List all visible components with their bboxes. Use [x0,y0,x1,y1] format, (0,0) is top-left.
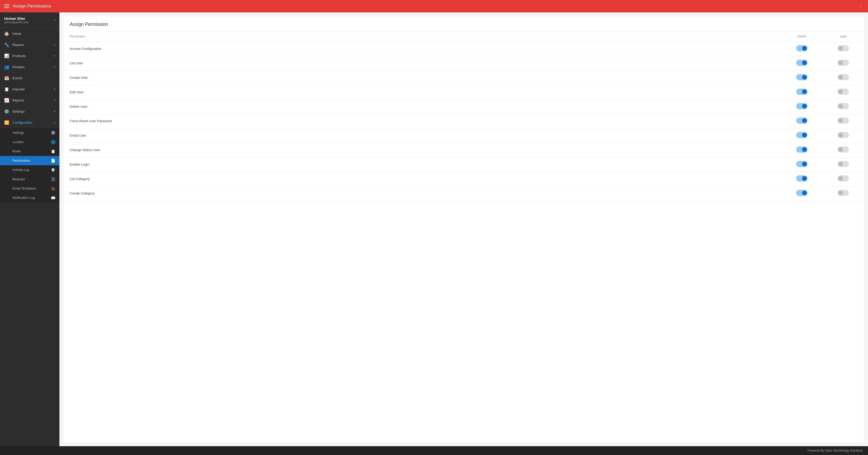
more-options-icon[interactable]: ⋮ [858,3,864,9]
configuration-icon: 🔀 [4,120,9,125]
admin-toggle-cell [781,143,823,157]
header-title: Assign Permissions [13,4,51,9]
permission-name: Change Status User [64,143,781,157]
hamburger-icon[interactable] [4,4,9,8]
admin-toggle[interactable] [796,45,808,52]
admin-toggle[interactable] [796,118,808,124]
user-toggle-cell [823,186,864,201]
admin-toggle[interactable] [796,190,808,196]
sub-nav-label: Backups [12,177,25,181]
user-toggle[interactable] [838,175,849,182]
admin-toggle[interactable] [796,132,808,138]
sidebar-item-peoples[interactable]: 👥 Peoples ▾ [0,61,59,72]
user-toggle[interactable] [838,45,849,52]
sub-nav-label: Activity Log [12,168,29,172]
user-toggle-cell [823,143,864,157]
permission-name: Create User [64,70,781,85]
user-toggle[interactable] [838,161,849,167]
table-row: Enable Login [64,157,864,172]
table-row: List User [64,56,864,70]
admin-toggle[interactable] [796,175,808,182]
user-toggle[interactable] [838,132,849,138]
chevron-down-icon: ▾ [54,110,55,113]
user-toggle[interactable] [838,89,849,95]
sub-nav-notification-log[interactable]: Notification Log ✉️ [0,193,59,202]
col-header-user: User [823,32,864,41]
sidebar-item-label: Importer [12,87,25,91]
admin-toggle[interactable] [796,89,808,95]
email-templates-icon: 💼 [51,187,55,191]
admin-toggle-cell [781,114,823,128]
admin-toggle[interactable] [796,147,808,153]
user-toggle-cell [823,128,864,143]
header-left: Assign Permissions [4,4,51,9]
sub-nav-label: Locales [12,140,24,144]
configuration-submenu: Settings ⚙️ Locales 🌐 Roles 📋 Permission… [0,128,59,202]
user-email: admin@admin.com [4,21,29,24]
admin-toggle-cell [781,99,823,114]
content-area: Assign Permission Permission Admin User … [59,12,868,446]
admin-toggle[interactable] [796,60,808,66]
admin-toggle-cell [781,85,823,99]
settings-icon: ⚙️ [4,109,9,114]
top-header: Assign Permissions ⋮ [0,0,868,12]
admin-toggle-cell [781,41,823,56]
sidebar-item-settings[interactable]: ⚙️ Settings ▾ [0,106,59,117]
admin-toggle-cell [781,172,823,186]
importer-icon: 📋 [4,87,9,92]
admin-toggle[interactable] [796,74,808,80]
sidebar-item-events[interactable]: 📅 Events [0,72,59,84]
collapse-sidebar-button[interactable]: ‹ [54,18,55,23]
chevron-down-icon: ▾ [54,88,55,91]
admin-toggle-cell [781,56,823,70]
sub-nav-email-templates[interactable]: Email Templates 💼 [0,184,59,193]
sidebar-item-repairs[interactable]: 🔧 Repairs ▾ [0,39,59,51]
admin-toggle-cell [781,157,823,172]
sub-nav-permissions[interactable]: Permissions 📄 [0,156,59,165]
sidebar-item-reports[interactable]: 📈 Reports ▾ [0,95,59,106]
table-row: List Category [64,172,864,186]
content-header: Assign Permission [64,17,864,32]
sidebar: Usman Sher admin@admin.com ‹ 🏠 Home 🔧 Re… [0,12,59,446]
sub-nav-roles[interactable]: Roles 📋 [0,147,59,156]
sidebar-item-label: Configuration [12,121,32,125]
sub-nav-backups[interactable]: Backups 🗄️ [0,174,59,184]
peoples-icon: 👥 [4,65,9,69]
user-toggle[interactable] [838,190,849,196]
sidebar-item-configuration[interactable]: 🔀 Configuration ▴ [0,117,59,128]
table-row: Access Configuration [64,41,864,56]
sub-nav-activity-log[interactable]: Activity Log 🛡️ [0,165,59,174]
home-icon: 🏠 [4,31,9,36]
user-toggle-cell [823,99,864,114]
chevron-down-icon: ▾ [54,54,55,58]
content-inner: Assign Permission Permission Admin User … [64,17,864,442]
admin-toggle[interactable] [796,103,808,109]
user-toggle[interactable] [838,103,849,109]
sidebar-item-label: Repairs [12,43,24,47]
admin-toggle[interactable] [796,161,808,167]
sidebar-item-home[interactable]: 🏠 Home [0,28,59,39]
permission-table: Permission Admin User Access Configurati… [64,32,864,201]
user-toggle[interactable] [838,60,849,66]
user-toggle-cell [823,70,864,85]
col-header-permission: Permission [64,32,781,41]
user-info: Usman Sher admin@admin.com [4,17,29,24]
roles-icon: 📋 [51,149,55,153]
user-toggle[interactable] [838,118,849,124]
sidebar-item-label: Reports [12,98,24,102]
permission-name: List Category [64,172,781,186]
user-toggle[interactable] [838,147,849,153]
table-row: Delete User [64,99,864,114]
user-toggle-cell [823,157,864,172]
chevron-down-icon: ▾ [54,43,55,46]
user-toggle[interactable] [838,74,849,80]
settings-sub-icon: ⚙️ [51,131,55,135]
activity-log-icon: 🛡️ [51,168,55,172]
sub-nav-locales[interactable]: Locales 🌐 [0,137,59,147]
sidebar-item-importer[interactable]: 📋 Importer ▾ [0,84,59,95]
repairs-icon: 🔧 [4,42,9,47]
chevron-up-icon: ▴ [54,121,55,124]
sidebar-item-products[interactable]: 📊 Products ▾ [0,51,59,61]
sub-nav-settings[interactable]: Settings ⚙️ [0,128,59,137]
sidebar-item-label: Peoples [12,65,25,69]
